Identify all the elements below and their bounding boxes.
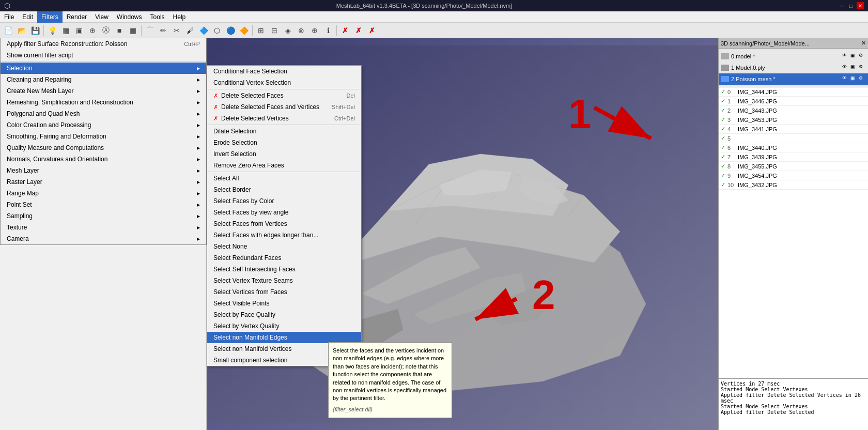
sel-vertex-seams[interactable]: Select Vertex Texture Seams [207, 275, 361, 286]
layer-2-vis[interactable]: 👁 [842, 75, 849, 83]
del-verts[interactable]: ✗ Delete Selected Vertices Ctrl+Del [207, 113, 361, 124]
sel-redundant[interactable]: Select Redundant Faces [207, 252, 361, 264]
tb-new[interactable]: 📄 [2, 24, 14, 37]
close-panel-icon[interactable]: ✕ [861, 40, 866, 47]
color-category[interactable]: Color Creation and Processing ▶ [1, 119, 206, 131]
tb-more6[interactable]: ℹ [322, 24, 334, 37]
tb-view1[interactable]: ▦ [59, 24, 72, 37]
del-faces[interactable]: ✗ Delete Selected Faces Del [207, 90, 361, 101]
layer-2[interactable]: 2 Poisson mesh * 👁 ▣ ⚙ [719, 73, 868, 85]
tb-view2[interactable]: ▣ [73, 24, 85, 37]
minimize-button[interactable]: ─ [838, 2, 845, 9]
img-8[interactable]: ✓ 8 IMG_3455.JPG [719, 162, 868, 171]
erode-sel[interactable]: Erode Selection [207, 137, 361, 148]
tb-view3[interactable]: ⊕ [86, 24, 99, 37]
tb-light[interactable]: 💡 [46, 24, 58, 37]
img-3[interactable]: ✓ 3 IMG_3453.JPG [719, 115, 868, 125]
img-0[interactable]: ✓ 0 IMG_3444.JPG [719, 87, 868, 97]
menu-file[interactable]: File [0, 11, 18, 23]
sel-face-angle[interactable]: Select Faces by view angle [207, 207, 361, 218]
cond-vertex-sel[interactable]: Conditional Vertex Selection [207, 77, 361, 88]
quality-category[interactable]: Quality Measure and Computations ▶ [1, 142, 206, 153]
sel-all[interactable]: Select All [207, 173, 361, 184]
layer-1-cfg[interactable]: ⚙ [859, 64, 866, 71]
layer-1[interactable]: 1 Model.0.ply 👁 ▣ ⚙ [719, 62, 868, 73]
tb-tool4[interactable]: 🖌 [184, 24, 196, 37]
normals-category[interactable]: Normals, Curvatures and Orientation ▶ [1, 153, 206, 165]
menu-edit[interactable]: Edit [18, 11, 37, 23]
layer-2-cfg[interactable]: ⚙ [859, 75, 866, 83]
tb-view6[interactable]: ▦ [127, 24, 139, 37]
layer-0-vis[interactable]: 👁 [842, 53, 849, 60]
tb-tool1[interactable]: ⌒ [144, 24, 156, 37]
tb-del1[interactable]: ✗ [339, 24, 351, 37]
maximize-button[interactable]: □ [847, 2, 855, 9]
smoothing-category[interactable]: Smoothing, Fairing and Deformation ▶ [1, 131, 206, 142]
cleaning-category[interactable]: Cleaning and Repairing ▶ [1, 74, 206, 85]
createmesh-category[interactable]: Create New Mesh Layer ▶ [1, 85, 206, 97]
menu-windows[interactable]: Windows [113, 11, 146, 23]
sel-border[interactable]: Select Border [207, 184, 361, 195]
close-button[interactable]: ✕ [857, 2, 864, 9]
img-5[interactable]: ✓ 5 [719, 134, 868, 143]
layer-1-sel[interactable]: ▣ [850, 64, 858, 71]
tb-open[interactable]: 📂 [16, 24, 28, 37]
rangemap-category[interactable]: Range Map ▶ [1, 188, 206, 199]
tb-tool8[interactable]: 🔶 [238, 24, 250, 37]
sel-face-edges[interactable]: Select Faces with edges longer than... [207, 229, 361, 241]
tb-more5[interactable]: ⊕ [308, 24, 321, 37]
tb-view5[interactable]: ■ [113, 24, 126, 37]
layer-2-sel[interactable]: ▣ [850, 75, 858, 83]
tb-tool5[interactable]: 🔷 [197, 24, 210, 37]
tb-del3[interactable]: ✗ [366, 24, 378, 37]
tb-view4[interactable]: Ⓐ [100, 24, 112, 37]
tb-more1[interactable]: ⊞ [255, 24, 267, 37]
tb-tool6[interactable]: ⬡ [211, 24, 223, 37]
apply-filter-item[interactable]: Apply filter Surface Reconstruction: Poi… [1, 38, 206, 50]
tb-tool3[interactable]: ✂ [171, 24, 183, 37]
img-1[interactable]: ✓ 1 IMG_3446.JPG [719, 97, 868, 106]
layer-0-cfg[interactable]: ⚙ [859, 53, 866, 60]
menu-help[interactable]: Help [169, 11, 190, 23]
img-9[interactable]: ✓ 9 IMG_3454.JPG [719, 171, 868, 180]
del-faces-verts[interactable]: ✗ Delete Selected Faces and Vertices Shi… [207, 101, 361, 113]
tb-tool2[interactable]: ✏ [157, 24, 169, 37]
rasterlayer-category[interactable]: Raster Layer ▶ [1, 176, 206, 188]
sel-verts-faces[interactable]: Select Vertices from Faces [207, 286, 361, 298]
menu-render[interactable]: Render [63, 11, 91, 23]
polygonal-category[interactable]: Polygonal and Quad Mesh ▶ [1, 108, 206, 119]
img-6[interactable]: ✓ 6 IMG_3440.JPG [719, 143, 868, 152]
sel-none[interactable]: Select None [207, 241, 361, 252]
layer-0[interactable]: 0 model * 👁 ▣ ⚙ [719, 51, 868, 62]
tb-more4[interactable]: ⊗ [295, 24, 307, 37]
tb-del2[interactable]: ✗ [352, 24, 365, 37]
show-script-item[interactable]: Show current filter script [1, 50, 206, 61]
img-4[interactable]: ✓ 4 IMG_3441.JPG [719, 125, 868, 134]
sel-vertex-quality[interactable]: Select by Vertex Quality [207, 320, 361, 332]
layer-1-vis[interactable]: 👁 [842, 64, 849, 71]
menu-tools[interactable]: Tools [146, 11, 169, 23]
meshlayer-category[interactable]: Mesh Layer ▶ [1, 165, 206, 176]
pointset-category[interactable]: Point Set ▶ [1, 199, 206, 210]
cond-face-sel[interactable]: Conditional Face Selection [207, 66, 361, 77]
img-10[interactable]: ✓ 10 IMG_3432.JPG [719, 180, 868, 190]
sel-face-quality[interactable]: Select by Face Quality [207, 309, 361, 320]
img-7[interactable]: ✓ 7 IMG_3439.JPG [719, 152, 868, 162]
tb-more3[interactable]: ◈ [282, 24, 294, 37]
layer-0-sel[interactable]: ▣ [850, 53, 858, 60]
tb-more2[interactable]: ⊟ [268, 24, 281, 37]
menu-filters[interactable]: Filters [37, 11, 63, 23]
tb-tool7[interactable]: 🔵 [224, 24, 237, 37]
sel-non-manifold-edges[interactable]: Select non Manifold Edges [207, 332, 361, 343]
sel-visible[interactable]: Select Visible Points [207, 298, 361, 309]
sel-face-verts[interactable]: Select Faces from Vertices [207, 218, 361, 229]
sampling-category[interactable]: Sampling ▶ [1, 210, 206, 222]
texture-category[interactable]: Texture ▶ [1, 222, 206, 233]
sel-self-intersect[interactable]: Select Self Intersecting Faces [207, 264, 361, 275]
dilate-sel[interactable]: Dilate Selection [207, 126, 361, 137]
remesh-category[interactable]: Remeshing, Simplification and Reconstruc… [1, 97, 206, 108]
selection-category[interactable]: Selection ▶ [1, 63, 206, 74]
remove-zero[interactable]: Remove Zero Area Faces [207, 160, 361, 171]
invert-sel[interactable]: Invert Selection [207, 148, 361, 160]
camera-category[interactable]: Camera ▶ [1, 233, 206, 244]
